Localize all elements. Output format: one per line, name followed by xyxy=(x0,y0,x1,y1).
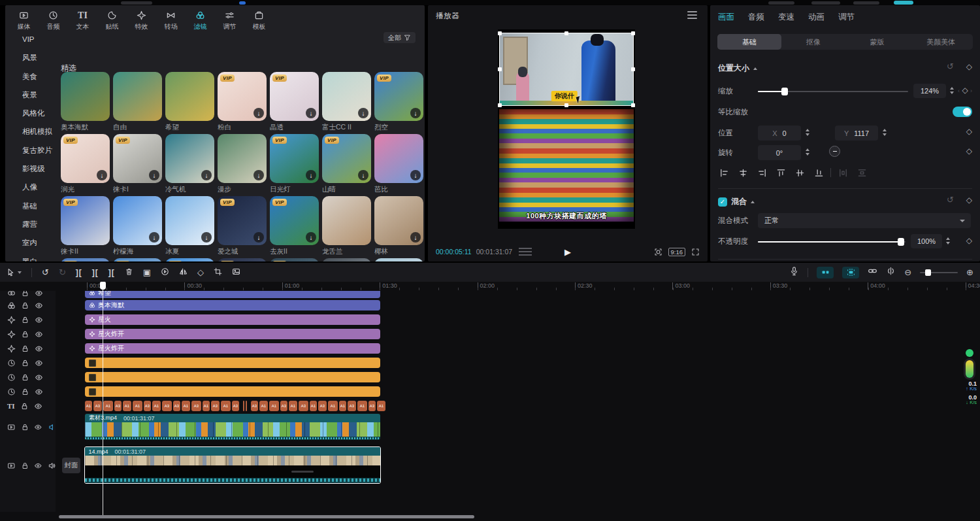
opacity-slider-knob[interactable] xyxy=(898,238,904,246)
filter-item[interactable]: 自由 xyxy=(113,72,162,132)
align-bottom-button[interactable] xyxy=(811,166,826,179)
sidebar-item-露营[interactable]: 露营 xyxy=(5,215,60,233)
filter-item[interactable]: 希望 xyxy=(165,72,214,132)
matting-button[interactable] xyxy=(232,267,240,278)
text-clip[interactable]: A1 xyxy=(289,401,297,411)
filter-item[interactable]: ↓富士CC II xyxy=(322,72,371,132)
position-y-field[interactable]: Y 1117 xyxy=(835,126,878,141)
filter-item[interactable] xyxy=(374,258,423,261)
text-clip[interactable]: A1 xyxy=(133,401,142,411)
text-clip[interactable]: A1 xyxy=(85,401,92,411)
text-clip[interactable]: A1 xyxy=(339,401,346,411)
filter-item[interactable]: VIP↓山晴 xyxy=(322,134,371,194)
preview-axis-toggle[interactable] xyxy=(886,266,896,278)
playhead-handle[interactable] xyxy=(100,282,106,290)
text-clip[interactable]: A1 xyxy=(377,401,385,411)
scale-value[interactable]: 124% xyxy=(913,84,946,98)
blend-keyframe-icon[interactable]: ◇ xyxy=(966,195,972,205)
subtab-basic[interactable]: 基础 xyxy=(717,34,781,50)
tab-effects[interactable]: 特效 xyxy=(127,8,156,31)
sidebar-item-风格化[interactable]: 风格化 xyxy=(5,104,60,122)
selection-box[interactable]: 你说什 xyxy=(499,33,634,106)
position-x-field[interactable]: X 0 xyxy=(758,126,801,141)
filter-item[interactable]: VIP xyxy=(218,258,267,261)
sticker-clip[interactable] xyxy=(85,372,380,382)
filter-item[interactable]: ↓柠檬海 xyxy=(113,196,162,256)
sidebar-item-复古胶片[interactable]: 复古胶片 xyxy=(5,141,60,160)
zoom-out-button[interactable]: ⊖ xyxy=(904,268,911,277)
preview-quality-icon[interactable] xyxy=(519,248,532,256)
filter-item[interactable]: VIP↓去灰II xyxy=(270,196,319,256)
filter-item[interactable]: VIP xyxy=(61,258,110,261)
clip-material3[interactable]: 素材3.mp4 00:01:31:07 xyxy=(85,414,380,440)
text-clip[interactable]: A3 xyxy=(191,401,201,411)
track-clip-星火炸开[interactable]: 星火炸开 xyxy=(85,343,380,354)
main-track-magnet-toggle[interactable] xyxy=(817,267,834,278)
record-voiceover-button[interactable] xyxy=(789,266,799,278)
text-clip[interactable]: A3 xyxy=(251,401,258,411)
resize-handle[interactable] xyxy=(564,31,568,35)
text-clip[interactable]: A3 xyxy=(232,401,239,411)
tab-text[interactable]: TI 文本 xyxy=(68,8,97,31)
undo-button[interactable]: ↺ xyxy=(42,268,49,277)
filter-item[interactable]: VIP xyxy=(270,258,319,261)
timeline-ruler[interactable]: 00:0000:3001:0001:3002:0002:3003:0003:30… xyxy=(0,282,980,291)
filter-item[interactable]: VIP xyxy=(165,258,214,261)
text-clip[interactable]: A1 xyxy=(103,401,113,411)
resize-handle[interactable] xyxy=(564,103,568,107)
track-clip-星火[interactable]: 星火 xyxy=(85,314,380,325)
sidebar-item-基础[interactable]: 基础 xyxy=(5,197,60,215)
resize-handle[interactable] xyxy=(631,67,635,71)
reverse-button[interactable] xyxy=(161,267,169,278)
blend-checkbox[interactable]: ✓ xyxy=(718,197,727,207)
reset-icon[interactable]: ↺ xyxy=(947,61,954,71)
filter-item[interactable]: 奥本海默 xyxy=(61,72,110,132)
position-x-stepper[interactable] xyxy=(806,129,809,136)
sidebar-item-VIP[interactable]: VIP xyxy=(5,30,60,48)
align-center-h-button[interactable] xyxy=(736,166,750,179)
position-y-stepper[interactable] xyxy=(883,129,887,136)
opacity-slider[interactable] xyxy=(758,241,906,243)
text-clip[interactable]: A1 xyxy=(182,401,190,411)
sidebar-item-黑白[interactable]: 黑白 xyxy=(5,252,60,261)
position-keyframe-icon[interactable]: ◇ xyxy=(966,127,972,136)
aspect-ratio-button[interactable]: 9:16 xyxy=(668,248,686,256)
text-clip[interactable]: A1 xyxy=(269,401,279,411)
blend-mode-dropdown[interactable]: 正常 xyxy=(758,213,971,228)
text-clip[interactable]: A1 xyxy=(357,401,367,411)
position-size-header[interactable]: 位置大小 xyxy=(718,63,757,74)
filter-item[interactable]: VIP↓晶透 xyxy=(270,72,319,132)
resize-handle[interactable] xyxy=(498,67,502,71)
rotate-field[interactable]: 0° xyxy=(758,145,801,160)
text-clip[interactable]: A1 xyxy=(328,401,338,411)
freeze-frame-button[interactable]: ▣ xyxy=(143,268,151,277)
link-toggle[interactable] xyxy=(868,266,877,278)
filter-item[interactable]: ↓冷气机 xyxy=(165,134,214,194)
filter-all-button[interactable]: 全部 xyxy=(384,32,416,43)
scale-slider[interactable] xyxy=(758,91,908,92)
opacity-stepper[interactable] xyxy=(946,237,950,244)
video-preview[interactable]: 你说什 ↻ 100种方块搭建而成的塔 xyxy=(498,29,635,229)
text-clip[interactable]: A3 xyxy=(173,401,180,411)
text-clip[interactable]: A3 xyxy=(348,401,356,411)
sidebar-item-人像[interactable]: 人像 xyxy=(5,178,60,196)
blend-section-header[interactable]: ✓ 混合 xyxy=(718,196,755,207)
timeline-zoom-slider[interactable] xyxy=(920,272,958,273)
blend-reset-icon[interactable]: ↺ xyxy=(947,195,954,205)
resize-handle[interactable] xyxy=(498,31,502,35)
filter-item[interactable]: ↓冰夏 xyxy=(165,196,214,256)
tab-audio-settings[interactable]: 音频 xyxy=(748,12,764,23)
filter-item[interactable]: VIP徕卡II xyxy=(61,196,110,256)
filter-item[interactable]: VIP↓日光灯 xyxy=(270,134,319,194)
subtab-beauty[interactable]: 美颜美体 xyxy=(909,34,973,50)
crop-button[interactable] xyxy=(214,267,222,278)
resize-handle[interactable] xyxy=(631,31,635,35)
scale-slider-knob[interactable] xyxy=(781,88,788,95)
clip-14mp4-selected[interactable]: 14.mp4 00:01:31:07 xyxy=(84,446,381,484)
filter-item[interactable]: ↓芭比 xyxy=(374,134,423,194)
sidebar-item-室内[interactable]: 室内 xyxy=(5,233,60,252)
distribute-v-button[interactable] xyxy=(855,166,869,179)
text-clip[interactable]: A3 xyxy=(280,401,287,411)
export-button-fragment[interactable] xyxy=(894,1,913,5)
resize-handle[interactable] xyxy=(498,103,502,107)
